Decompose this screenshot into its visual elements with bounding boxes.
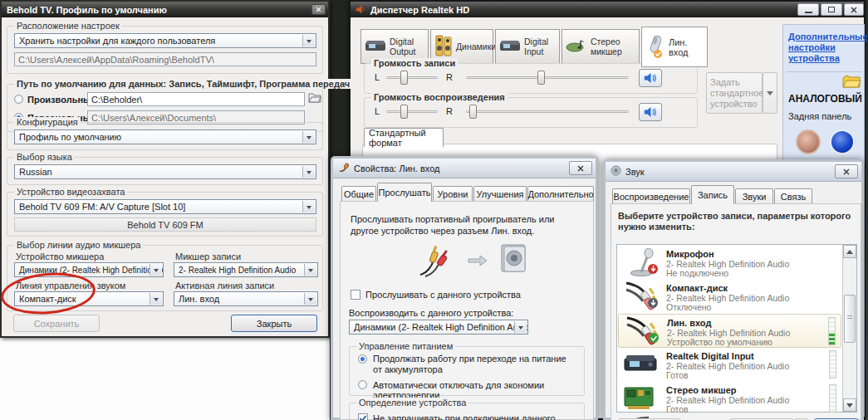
maximize-button[interactable]: [821, 3, 842, 16]
field-value: C:\Beholder\: [91, 95, 142, 105]
list-item[interactable]: Микрофон 2- Realtek High Definition Audi…: [618, 246, 841, 280]
playback-mute-button[interactable]: [639, 103, 662, 121]
capture-device-combo[interactable]: Behold TV 609 FM: A/V Capture [Slot 10]: [14, 199, 316, 214]
realtek-titlebar[interactable]: Диспетчер Realtek HD: [351, 2, 864, 17]
set-default-dropdown-button[interactable]: [763, 72, 777, 114]
language-group: Выбор языка Russian: [7, 157, 323, 185]
set-default-device-button[interactable]: Задать стандартное устройство: [706, 72, 763, 114]
tab-advanced[interactable]: Дополнительно: [527, 186, 594, 202]
tab-sounds[interactable]: Звуки: [735, 188, 773, 204]
line-in-cable-icon: [625, 316, 659, 348]
realtek-window-title: Диспетчер Realtek HD: [370, 5, 469, 15]
device-name: Стерео микшер: [666, 385, 736, 395]
save-button[interactable]: Сохранить: [13, 315, 100, 332]
scroll-down-button[interactable]: [843, 398, 856, 412]
scrollbar-thumb[interactable]: [844, 295, 856, 343]
settings-path-field[interactable]: C:\Users\Алексей\AppData\Roaming\BeholdT…: [14, 52, 316, 66]
playback-device-label: Воспроизводить с данного устройства:: [349, 308, 513, 318]
jack-blue[interactable]: [830, 129, 855, 154]
browse-folder-icon[interactable]: [308, 92, 321, 105]
no-prompt-checkbox[interactable]: [358, 413, 368, 420]
custom-path-field[interactable]: C:\Beholder\: [87, 92, 305, 106]
sound-titlebar[interactable]: Звук: [606, 162, 861, 182]
tab-enhancements[interactable]: Улучшения: [473, 186, 527, 202]
power-continue-label: Продолжать работу при переходе на питани…: [373, 354, 576, 375]
custom-path-radio[interactable]: [14, 95, 23, 104]
tab-label: Лин. вход: [669, 37, 704, 57]
properties-titlebar[interactable]: Свойства: Лин. вход: [333, 159, 596, 178]
playback-device-combo[interactable]: Динамики (2- Realtek High Definition Aud…: [349, 320, 528, 335]
properties-dialog-icon: [338, 162, 350, 175]
close-button[interactable]: Закрыть: [231, 315, 317, 332]
field-value: C:\Users\Алексей\Documents\: [91, 113, 216, 123]
scroll-up-button[interactable]: [843, 245, 856, 258]
tab-general[interactable]: Общие: [341, 186, 376, 202]
sound-window-title: Звук: [625, 167, 645, 177]
close-icon[interactable]: [569, 161, 592, 175]
tab-digital-input[interactable]: Digital Input: [495, 29, 560, 64]
jack-pink[interactable]: [796, 129, 821, 154]
settings-location-group: Расположение настроек Хранить настройки …: [7, 26, 323, 74]
behold-window-title: Behold TV. Профиль по умолчанию: [7, 5, 167, 15]
advanced-settings-link[interactable]: Дополнительные настройки устройства: [788, 32, 861, 64]
tab-stereo-mix[interactable]: Стерео микшер: [562, 29, 640, 64]
minimize-button[interactable]: [797, 3, 819, 16]
save-button-label: Сохранить: [34, 319, 80, 329]
data-path-label: Путь по умолчанию для данных: Запись, Та…: [14, 79, 352, 89]
tab-listen[interactable]: Прослушать: [377, 183, 432, 202]
record-mute-button[interactable]: [639, 69, 662, 87]
chevron-down-icon: [302, 131, 315, 143]
record-volume-group: Громкость записи L R: [364, 63, 698, 94]
playback-volume-slider[interactable]: [466, 104, 629, 120]
power-auto-off-radio[interactable]: [358, 380, 367, 389]
left-channel-label: L: [375, 72, 380, 82]
level-meter: [829, 384, 836, 413]
tab-communications[interactable]: Связь: [774, 188, 812, 204]
list-item[interactable]: Realtek Digital Input 2- Realtek High De…: [618, 348, 841, 382]
power-management-group: Управление питанием Продолжать работу пр…: [349, 346, 585, 396]
behold-titlebar[interactable]: Behold TV. Профиль по умолчанию: [2, 2, 328, 17]
tab-line-in[interactable]: Лин. вход: [641, 27, 708, 67]
tab-label: Звуки: [743, 192, 767, 202]
digital-input-device-icon: [623, 352, 658, 375]
device-status: Готов: [666, 404, 689, 414]
power-continue-radio[interactable]: [358, 354, 367, 364]
right-channel-label: R: [446, 106, 453, 116]
active-record-line-combo[interactable]: Лин. вход: [174, 291, 318, 306]
settings-location-combo[interactable]: Хранить настройки для каждого пользовате…: [14, 33, 316, 48]
close-icon[interactable]: [311, 4, 326, 15]
sound-dialog-icon: [611, 165, 621, 178]
tab-levels[interactable]: Уровни: [433, 186, 473, 202]
level-meter: [828, 317, 836, 345]
close-icon[interactable]: [835, 164, 858, 178]
tab-default-format[interactable]: Стандартный формат: [364, 128, 444, 147]
tab-playback[interactable]: Воспроизведение: [612, 188, 690, 204]
list-item[interactable]: Стерео микшер 2- Realtek High Definition…: [618, 382, 841, 416]
record-balance-slider[interactable]: [386, 70, 438, 85]
analog-section-title: АНАЛОГОВЫЙ: [788, 93, 862, 105]
tab-label: Динамики: [456, 42, 496, 51]
configuration-combo[interactable]: Профиль по умолчанию: [14, 129, 316, 144]
rear-panel-label: Задняя панель: [788, 111, 851, 121]
capture-device-group: Устройство видеозахвата Behold TV 609 FM…: [7, 192, 323, 237]
language-combo[interactable]: Russian: [14, 164, 316, 179]
configuration-group: Конфигурация Профиль по умолчанию: [7, 122, 323, 150]
recording-instruction: Выберите устройство записи, параметры ко…: [618, 211, 852, 232]
scrollbar[interactable]: [842, 245, 856, 412]
desktop-background: Диспетчер Realtek HD Digital Output Дина…: [0, 0, 868, 420]
tab-recording[interactable]: Запись: [691, 185, 734, 204]
custom-path-radio-label: Произвольный: [27, 95, 96, 105]
listen-checkbox[interactable]: [351, 290, 360, 300]
speaker-box-icon: [498, 243, 530, 276]
line-in-properties-dialog: Свойства: Лин. вход Общие Прослушать Уро…: [331, 156, 598, 420]
sound-body: Воспроизведение Запись Звуки Связь Выбер…: [606, 182, 861, 418]
record-mixer-combo[interactable]: 2- Realtek High Definition Audio: [174, 262, 318, 277]
close-icon[interactable]: [844, 3, 864, 16]
list-item-selected[interactable]: Лин. вход 2- Realtek High Definition Aud…: [618, 314, 841, 348]
playback-balance-slider[interactable]: [386, 104, 438, 120]
record-volume-slider[interactable]: [466, 70, 629, 85]
chevron-down-icon: [767, 91, 773, 99]
folder-icon: [841, 75, 861, 90]
line-in-icon: [645, 34, 665, 61]
list-item[interactable]: Компакт-диск 2- Realtek High Definition …: [618, 280, 841, 314]
